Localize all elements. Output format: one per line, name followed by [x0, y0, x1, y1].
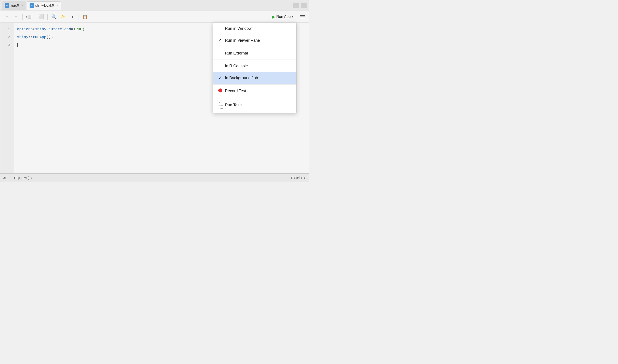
menu-item-run-tests-label: Run Tests — [225, 103, 243, 107]
search-button[interactable]: 🔍 — [50, 13, 58, 21]
menu-line-2 — [300, 16, 305, 17]
search-icon: 🔍 — [51, 14, 57, 19]
tab-close-app-r[interactable]: × — [21, 4, 23, 7]
toolbar-sep-1 — [22, 14, 23, 20]
save-icon: ⬜ — [39, 14, 44, 19]
notes-icon: 📋 — [82, 14, 87, 19]
pilcrow-1: ¬ — [85, 25, 86, 33]
tab-r-icon-app: R — [5, 3, 9, 8]
menu-line-3 — [300, 18, 305, 18]
back-button[interactable]: ← — [3, 13, 11, 21]
menu-item-record-test[interactable]: Record Test — [213, 85, 296, 97]
toolbar: ← → ↑⬜ ⬜ 🔍 ✨ ▾ 📋 — [0, 11, 309, 23]
tab-label-shiny-local: shiny-local.R — [35, 3, 54, 7]
tab-bar: R app.R × R shiny-local.R × — [0, 0, 309, 11]
menu-item-run-external-label: Run External — [225, 51, 248, 56]
source-button[interactable]: ↑⬜ — [25, 13, 33, 21]
menu-item-in-background-job-label: In Background Job — [225, 76, 258, 80]
back-icon: ← — [5, 14, 9, 19]
tab-shiny-local-r[interactable]: R shiny-local.R × — [27, 1, 61, 10]
code-token-true: TRUE — [73, 25, 82, 33]
toolbar-sep-4 — [79, 14, 79, 20]
file-type-selector[interactable]: R Script ⇕ — [291, 176, 306, 180]
tab-label-app-r: app.R — [10, 3, 19, 7]
file-type-label: R Script — [291, 176, 302, 180]
toolbar-sep-3 — [47, 14, 48, 20]
notes-button[interactable]: 📋 — [81, 13, 89, 21]
check-run-in-viewer: ✓ — [218, 38, 225, 43]
code-token-shiny-autoreload: shiny.autoreload — [35, 25, 71, 33]
menu-divider-1 — [213, 47, 296, 47]
menu-item-run-in-window[interactable]: Run in Window — [213, 23, 296, 34]
menu-item-in-background-job[interactable]: ✓ In Background Job — [213, 72, 296, 84]
run-tests-icon-space: ✓ ✓ ✓ — [218, 101, 225, 110]
file-type-arrow: ⇕ — [303, 176, 306, 180]
menu-item-in-r-console-label: In R Console — [225, 64, 248, 68]
menu-item-run-external[interactable]: Run External — [213, 47, 296, 59]
line-number-3: 3 — [8, 41, 10, 49]
toolbar-left: ← → ↑⬜ ⬜ 🔍 ✨ ▾ 📋 — [3, 13, 89, 21]
run-app-button[interactable]: ▶ Run App ▾ — [269, 13, 296, 21]
scope-selector[interactable]: (Top Level) ⇕ — [14, 176, 33, 180]
run-app-dropdown-menu: Run in Window ✓ Run in Viewer Pane Run E… — [213, 23, 297, 113]
save-button[interactable]: ⬜ — [37, 13, 45, 21]
status-bar: 3:1 (Top Level) ⇕ R Script ⇕ — [0, 173, 309, 182]
menu-item-record-test-label: Record Test — [225, 89, 246, 93]
toolbar-sep-2 — [35, 14, 35, 20]
forward-button[interactable]: → — [12, 13, 20, 21]
status-right: R Script ⇕ — [291, 176, 306, 180]
menu-item-run-tests[interactable]: ✓ ✓ ✓ Run Tests — [213, 97, 296, 113]
status-sep — [11, 176, 11, 180]
forward-icon: → — [14, 14, 18, 19]
line-number-2: 2 — [8, 33, 10, 41]
run-app-dropdown-arrow[interactable]: ▾ — [292, 15, 293, 18]
menu-item-run-in-viewer-pane[interactable]: ✓ Run in Viewer Pane — [213, 34, 296, 46]
editor-window: R app.R × R shiny-local.R × ← → — [0, 0, 309, 182]
window-maximize-btn[interactable] — [301, 3, 307, 8]
code-token-shiny: shiny — [17, 33, 28, 41]
tab-close-shiny-local[interactable]: × — [56, 4, 58, 7]
code-token-options: options — [17, 25, 33, 33]
menu-divider-2 — [213, 60, 296, 60]
wand-dropdown-button[interactable]: ▾ — [68, 13, 76, 21]
code-token-runapp: runApp — [33, 33, 46, 41]
toolbar-right: ▶ Run App ▾ — [269, 13, 306, 21]
tab-r-icon-shiny: R — [30, 3, 34, 8]
play-icon: ▶ — [272, 14, 275, 19]
wand-dropdown-icon: ▾ — [71, 14, 74, 19]
menu-line-1 — [300, 15, 305, 16]
wand-icon: ✨ — [61, 14, 66, 19]
check-in-background-job: ✓ — [218, 76, 225, 80]
record-test-spacer — [218, 89, 225, 93]
source-icon: ↑⬜ — [26, 15, 32, 19]
tab-bar-left: R app.R × R shiny-local.R × — [2, 1, 61, 10]
line-number-1: 1 — [8, 25, 10, 33]
cursor-position: 3:1 — [3, 176, 8, 180]
scope-arrow: ⇕ — [30, 176, 33, 180]
menu-item-run-in-window-label: Run in Window — [225, 26, 252, 31]
wand-button[interactable]: ✨ — [59, 13, 67, 21]
scope-label: (Top Level) — [14, 176, 29, 180]
window-minimize-btn[interactable] — [293, 3, 299, 8]
status-left: 3:1 (Top Level) ⇕ — [3, 176, 33, 180]
menu-item-run-in-viewer-pane-label: Run in Viewer Pane — [225, 38, 260, 43]
menu-item-in-r-console[interactable]: In R Console — [213, 60, 296, 72]
menu-lines-button[interactable] — [299, 14, 306, 20]
tab-app-r[interactable]: R app.R × — [2, 1, 26, 10]
run-app-label: Run App — [276, 14, 291, 19]
line-numbers: 1 2 3 — [0, 23, 13, 173]
tab-bar-right — [293, 3, 307, 8]
pilcrow-2: ¬ — [51, 33, 53, 41]
